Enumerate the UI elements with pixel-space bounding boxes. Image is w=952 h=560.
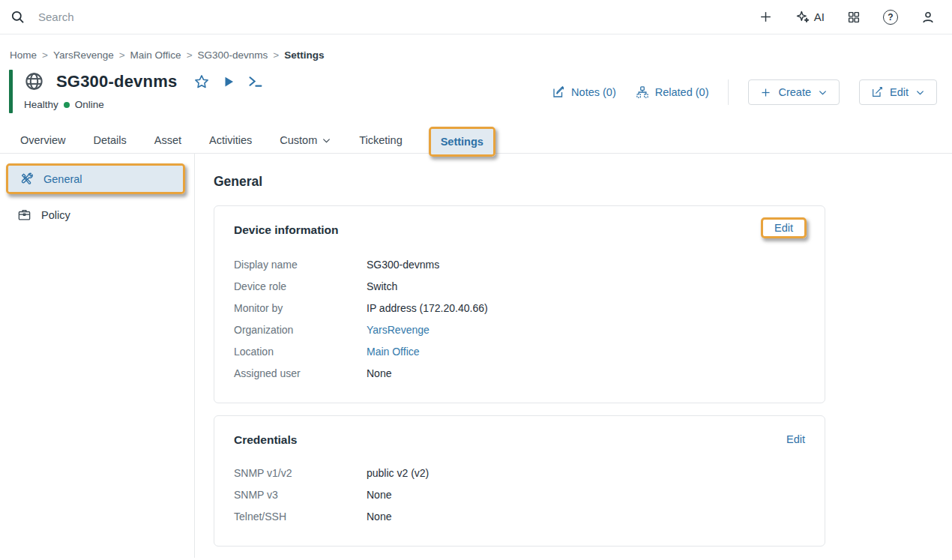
field-value: Switch [367, 280, 397, 292]
notes-label: Notes (0) [571, 86, 616, 98]
tab-asset[interactable]: Asset [153, 127, 183, 153]
tools-icon [19, 172, 34, 186]
sidebar-item-policy-label: Policy [41, 209, 70, 221]
edit-label: Edit [890, 86, 909, 98]
field-value: None [367, 511, 391, 523]
ai-label: AI [814, 10, 825, 23]
create-label: Create [778, 86, 811, 98]
breadcrumb-organization[interactable]: YarsRevenge [53, 49, 114, 61]
field-value: None [367, 489, 391, 501]
field-organization: Organization YarsRevenge [234, 319, 805, 340]
search-input[interactable] [38, 10, 263, 23]
chevron-down-icon [915, 88, 925, 97]
tab-overview[interactable]: Overview [19, 127, 67, 153]
field-label: Telnet/SSH [234, 511, 367, 523]
field-label: SNMP v1/v2 [234, 467, 367, 479]
field-snmp-v1v2: SNMP v1/v2 public v2 (v2) [234, 462, 805, 484]
field-value: SG300-devnms [367, 259, 439, 271]
sidebar-item-general-label: General [43, 173, 82, 185]
field-label: SNMP v3 [234, 489, 367, 501]
tab-details[interactable]: Details [91, 127, 127, 153]
edit-device-button[interactable]: Edit [859, 79, 937, 105]
create-button[interactable]: Create [748, 79, 840, 105]
edit-link-annotation: Edit [761, 217, 807, 238]
device-title: SG300-devnms [56, 72, 177, 91]
field-label: Device role [234, 280, 367, 292]
favorite-star-icon[interactable] [193, 73, 210, 90]
chevron-down-icon [322, 136, 331, 145]
breadcrumb-separator: > [273, 49, 279, 61]
globe-device-icon [24, 71, 44, 91]
related-label: Related (0) [655, 86, 709, 98]
tab-custom[interactable]: Custom [278, 127, 333, 153]
health-status-label: Healthy [24, 99, 58, 110]
field-label: Location [234, 346, 367, 358]
device-information-title: Device information [234, 223, 339, 237]
sidebar-item-policy[interactable]: Policy [6, 202, 185, 228]
ai-assistant-icon[interactable]: AI [795, 10, 825, 25]
field-telnet-ssh: Telnet/SSH None [234, 505, 805, 527]
breadcrumb-home[interactable]: Home [10, 49, 37, 61]
field-value: None [367, 367, 391, 379]
settings-content: General Device information Edit Display … [195, 154, 952, 558]
tab-activities[interactable]: Activities [208, 127, 253, 153]
field-device-role: Device role Switch [234, 275, 805, 297]
health-accent-bar [9, 70, 13, 113]
play-icon[interactable] [222, 75, 235, 88]
notes-button[interactable]: Notes (0) [552, 85, 616, 99]
breadcrumb-device[interactable]: SG300-devnms [198, 49, 268, 61]
field-label: Organization [234, 324, 367, 336]
credentials-card: Credentials Edit SNMP v1/v2 public v2 (v… [214, 415, 825, 547]
user-account-icon[interactable] [921, 10, 936, 25]
device-tab-bar: Overview Details Asset Activities Custom… [0, 125, 952, 154]
field-label: Monitor by [234, 302, 367, 314]
chevron-down-icon [818, 88, 828, 97]
field-label: Display name [234, 259, 367, 271]
breadcrumb-current-page: Settings [284, 49, 324, 61]
field-monitor-by: Monitor by IP address (172.20.40.66) [234, 297, 805, 319]
tab-settings[interactable]: Settings [431, 129, 493, 154]
device-header: SG300-devnms Healthy Online Notes (0) Re… [0, 70, 952, 113]
settings-tab-annotation: Settings [429, 127, 495, 157]
tab-custom-label: Custom [280, 134, 317, 146]
sidebar-item-general[interactable]: General [8, 166, 183, 192]
header-divider [728, 79, 729, 105]
online-status-label: Online [75, 99, 104, 110]
top-bar: AI ? [0, 0, 952, 34]
device-information-card: Device information Edit Display name SG3… [214, 205, 825, 403]
apps-grid-icon[interactable] [847, 10, 861, 24]
field-value: IP address (172.20.40.66) [367, 302, 488, 314]
breadcrumb-separator: > [42, 49, 48, 61]
help-icon[interactable]: ? [883, 10, 898, 25]
terminal-icon[interactable] [247, 73, 263, 89]
search-icon[interactable] [10, 10, 25, 24]
breadcrumb: Home > YarsRevenge > Main Office > SG300… [0, 34, 952, 61]
location-link[interactable]: Main Office [367, 346, 420, 358]
add-icon[interactable] [759, 10, 773, 24]
related-button[interactable]: Related (0) [636, 85, 709, 99]
online-status-dot [64, 102, 70, 108]
field-value: public v2 (v2) [367, 467, 429, 479]
settings-sidebar: General Policy [0, 154, 195, 558]
briefcase-icon [17, 208, 31, 222]
credentials-title: Credentials [234, 433, 297, 447]
organization-link[interactable]: YarsRevenge [367, 324, 430, 336]
field-label: Assigned user [234, 367, 367, 379]
general-item-annotation: General [6, 163, 185, 194]
field-assigned-user: Assigned user None [234, 362, 805, 384]
breadcrumb-separator: > [119, 49, 125, 61]
field-display-name: Display name SG300-devnms [234, 253, 805, 275]
breadcrumb-separator: > [187, 49, 193, 61]
credentials-edit-link[interactable]: Edit [786, 433, 805, 445]
breadcrumb-location[interactable]: Main Office [130, 49, 181, 61]
field-snmp-v3: SNMP v3 None [234, 484, 805, 505]
page-title: General [214, 174, 952, 190]
tab-ticketing[interactable]: Ticketing [358, 127, 403, 153]
device-information-edit-link[interactable]: Edit [763, 220, 804, 236]
field-location: Location Main Office [234, 340, 805, 362]
